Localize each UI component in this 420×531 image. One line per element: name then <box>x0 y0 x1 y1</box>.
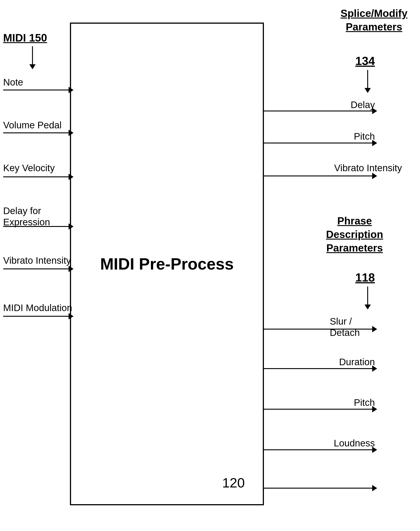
loudness-arrow <box>264 447 377 453</box>
vibrato-intensity-left-label: Vibrato Intensity <box>3 255 71 266</box>
key-velocity-arrow <box>3 174 74 180</box>
diagram-container: MIDI Pre-Process 120 MIDI 150 Note Volum… <box>0 0 420 531</box>
main-box-title: MIDI Pre-Process <box>100 254 234 274</box>
vibrato-intensity-right-arrow <box>264 173 377 179</box>
vibrato-intensity-left-arrow <box>3 266 74 272</box>
phrase-number: 118 <box>355 271 375 284</box>
midi-modulation-arrow <box>3 313 74 319</box>
pitch-bottom-right-arrow <box>264 406 377 412</box>
midi-modulation-label: MIDI Modulation <box>3 302 72 314</box>
extra-arrow <box>264 485 377 491</box>
delay-right-arrow <box>264 108 377 114</box>
duration-arrow <box>264 365 377 372</box>
note-arrow <box>3 87 74 93</box>
splice-number-arrow <box>364 70 371 93</box>
delay-expression-arrow <box>3 223 74 230</box>
volume-pedal-label: Volume Pedal <box>3 120 61 131</box>
splice-modify-number: 134 <box>355 54 375 68</box>
phrase-description-title: PhraseDescriptionParameters <box>303 214 406 255</box>
key-velocity-label: Key Velocity <box>3 162 55 174</box>
volume-pedal-arrow <box>3 130 74 136</box>
vibrato-intensity-right-label: Vibrato Intensity <box>334 162 402 174</box>
main-box-number: 120 <box>222 475 245 491</box>
midi-input-arrow <box>29 46 36 69</box>
phrase-number-arrow <box>364 287 371 309</box>
slur-detach-arrow <box>264 326 377 332</box>
note-label: Note <box>3 77 23 88</box>
main-box: MIDI Pre-Process 120 <box>70 23 264 505</box>
midi-input-label: MIDI 150 <box>3 31 47 44</box>
pitch-top-right-arrow <box>264 140 377 146</box>
splice-modify-title: Splice/ModifyParameters <box>331 7 417 34</box>
